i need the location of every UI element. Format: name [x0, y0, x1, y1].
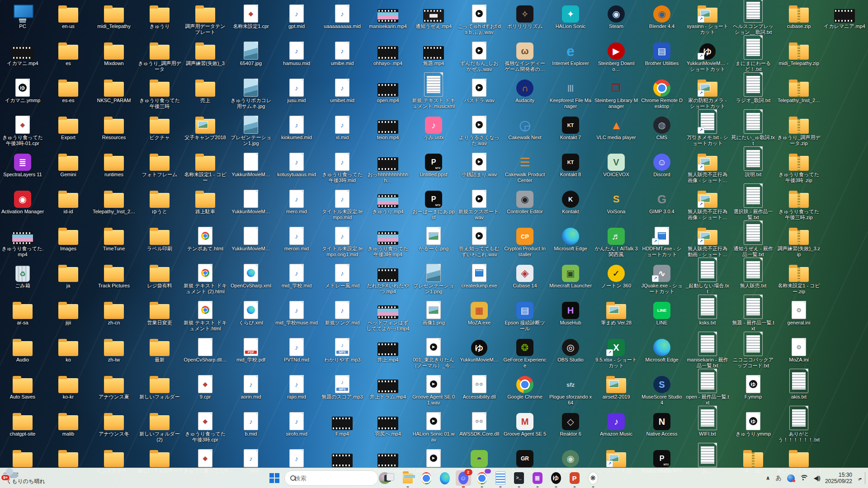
desktop-icon[interactable]: ゆ↗YukkuriMovieM… - ショートカット [686, 40, 729, 72]
search-box[interactable] [284, 470, 378, 486]
desktop-icon[interactable]: ko [47, 336, 90, 363]
desktop-icon[interactable]: KTKontakt 7 [549, 114, 592, 141]
desktop-icon[interactable]: ▤Epson 接続診断ツール [503, 299, 547, 332]
desktop-icon[interactable]: ◇Reaktor 6 [549, 410, 592, 437]
desktop-icon[interactable]: NKSC_PARAM [92, 77, 136, 103]
desktop-icon[interactable]: ♪rajio.mid [275, 373, 318, 400]
desktop-icon[interactable]: PNT2Untitled.ppsf [412, 151, 455, 178]
desktop-icon[interactable]: おっhhhhhhhhhhhh… [366, 151, 410, 183]
desktop-icon[interactable]: ♪hamusu.mid [275, 40, 318, 66]
desktop-icon[interactable]: ラジオ_歌詞.txt [731, 77, 775, 103]
desktop-icon[interactable]: akis.txt [777, 373, 821, 400]
desktop-icon[interactable]: jijii [47, 299, 90, 326]
desktop-icon[interactable]: ▶Steinberg Downlo… [594, 40, 638, 72]
desktop-icon[interactable]: きゅうり [138, 3, 181, 29]
desktop-icon[interactable]: chatgpt-site [1, 410, 44, 437]
desktop-icon[interactable]: 画像1.png [412, 299, 455, 326]
desktop-icon[interactable]: かるーく.png [412, 225, 455, 252]
desktop-icon[interactable]: midi_Telepathy.zip [777, 40, 821, 66]
desktop-icon[interactable]: id-id [47, 188, 90, 215]
desktop-icon[interactable]: KTKontakt 8 [549, 151, 592, 178]
desktop-icon[interactable]: ▶HALion Sonic 01.wav [412, 410, 455, 443]
desktop-icon[interactable]: _起動しない場合.txt [686, 262, 729, 295]
desktop-icon[interactable]: 通知うぜえ - 親作品一覧.txt [731, 225, 775, 258]
taskbar-powerpoint[interactable]: P [567, 470, 582, 486]
desktop-icon[interactable]: CPCrypton Product Installer [503, 225, 547, 258]
desktop-icon[interactable]: ♪mid_学校.mid [275, 262, 318, 289]
desktop-icon[interactable]: ♪PVTNd.mid [275, 336, 318, 363]
desktop-icon[interactable]: くらび.xml [229, 299, 273, 326]
desktop-icon[interactable]: ヘルスコンプレッション__歌詞.txt [731, 3, 775, 35]
desktop-icon[interactable]: Microsoft Edge [640, 336, 684, 363]
desktop-icon[interactable]: ↗HDDFMT.exe - ショートカット [640, 225, 684, 258]
desktop-icon[interactable]: 死にたい_ゅ歌詞.txt [731, 114, 775, 146]
desktop-icon[interactable]: manisekarin - 親作品一覧.txt [686, 336, 729, 369]
desktop-icon[interactable]: 調声用データテンプレート [184, 3, 227, 35]
desktop-icon[interactable]: ♬かんたん！AITalk 3 関西風 [594, 225, 638, 258]
desktop-icon[interactable]: open - 親作品一覧.txt [686, 373, 729, 406]
desktop-icon[interactable]: NNative Access [640, 410, 684, 437]
desktop-icon[interactable]: ♪uaaaaaaaaa.mid [321, 3, 364, 29]
desktop-icon[interactable]: LINELINE [640, 299, 684, 326]
desktop-icon[interactable]: きゅうり食ってた午後3時 .zip [777, 151, 821, 183]
desktop-icon[interactable]: ≣SpectraLayers 11 [1, 151, 44, 178]
desktop-icon[interactable]: ♪kotusytuaaus.mid [275, 151, 318, 178]
taskbar-file-explorer[interactable] [400, 470, 415, 486]
desktop-icon[interactable]: ♪Amazon Music [594, 410, 638, 437]
desktop-icon[interactable]: 無題 - 親作品一覧.txt [731, 299, 775, 332]
desktop-icon[interactable]: createdump.exe [458, 262, 501, 289]
desktop-icon[interactable]: malib [47, 410, 90, 437]
desktop-icon[interactable]: SMuseScore Studio 4 [640, 373, 684, 406]
desktop-icon[interactable]: ✓ノートン 360 [594, 262, 638, 289]
desktop-icon[interactable]: VVOICEVOX [594, 151, 638, 178]
desktop-icon[interactable]: ◉Steam [594, 3, 638, 29]
desktop-icon[interactable]: 筆まめ Ver.28 [594, 299, 638, 326]
desktop-icon[interactable]: ♻ごみ箱 [1, 262, 44, 289]
desktop-icon[interactable]: ▶小銭詰まり.wav [458, 151, 501, 178]
desktop-icon[interactable]: PDFmid_学校.pdf [229, 336, 273, 363]
desktop-icon[interactable]: ♪aorin.mid [229, 373, 273, 400]
desktop-icon[interactable]: GGIMP 3.0.4 [640, 188, 684, 215]
desktop-icon[interactable]: ❒Steinberg Library Manager [594, 77, 638, 109]
desktop-icon[interactable]: open.mp4 [366, 77, 410, 103]
desktop-icon[interactable]: 新しいフォルダー (2) [138, 410, 181, 443]
desktop-icon[interactable]: ありがとう！！！！！！.txt [777, 410, 821, 443]
desktop-icon[interactable]: ゆうと [138, 188, 181, 215]
desktop-icon[interactable]: 65407.jpg [229, 40, 273, 66]
desktop-icon[interactable]: ▶Groove Agent SE 01.wav [412, 373, 455, 406]
desktop-icon[interactable]: Google Chrome [503, 373, 547, 400]
desktop-icon[interactable]: Audio [1, 336, 44, 363]
desktop-icon[interactable]: PC [1, 3, 44, 29]
desktop-icon[interactable]: ♪xl.mid [321, 114, 364, 141]
taskbar-terminal[interactable]: >_ [511, 470, 527, 486]
desktop-icon[interactable]: ピクチャ [138, 114, 181, 141]
desktop-icon[interactable]: ♪jusu.mid [275, 77, 318, 103]
desktop-icon[interactable]: teion.mp4 [366, 114, 410, 141]
desktop-icon[interactable]: ゆF.ymmp [731, 373, 775, 400]
desktop-icon[interactable]: 新規 テキスト ドキュメント.musicxml [412, 77, 455, 109]
desktop-icon[interactable]: WIFI.txt [686, 410, 729, 437]
desktop-icon[interactable]: Resources [92, 114, 136, 141]
desktop-icon[interactable]: ◍CMS [640, 114, 684, 141]
taskbar-discord[interactable]: ☺2 [456, 470, 471, 486]
desktop-icon[interactable]: ◶Cakewalk Next [503, 114, 547, 141]
desktop-icon[interactable]: きゅうり.mp4 [366, 188, 410, 215]
desktop-icon[interactable]: きゅうり食ってた午後三時.zip [777, 188, 821, 221]
desktop-icon[interactable]: ▤Brother Utilities [640, 40, 684, 66]
desktop-icon[interactable]: Telepathy_Inst_2… [92, 188, 136, 215]
desktop-icon[interactable]: HMuseHub [549, 299, 592, 326]
desktop-icon[interactable]: 羽尻へ.mp4 [366, 410, 410, 437]
desktop-icon[interactable]: runtimes [92, 151, 136, 178]
desktop-icon[interactable]: ↗無人販売不正行為画像 - ショートカット [686, 188, 729, 221]
desktop-icon[interactable]: ▶よりうるさくなった.wav [458, 114, 501, 146]
desktop-icon[interactable]: zh-tw [92, 336, 136, 363]
search-input[interactable] [294, 474, 375, 482]
desktop-icon[interactable]: es [47, 40, 90, 66]
desktop-icon[interactable]: ♪タイトル未設定.tempo.mid [321, 188, 364, 221]
taskbar-chrome[interactable] [419, 470, 434, 486]
desktop-icon[interactable]: OpenCvSharp.dll… [184, 336, 227, 363]
desktop-icon[interactable]: YukkuriMovieM… [229, 188, 273, 215]
desktop-icon[interactable]: 無題.mp4 [412, 40, 455, 66]
desktop-icon[interactable]: 新規 テキスト ドキュメント.html [184, 299, 227, 332]
desktop-icon[interactable]: ♪umibet.mid [321, 77, 364, 103]
